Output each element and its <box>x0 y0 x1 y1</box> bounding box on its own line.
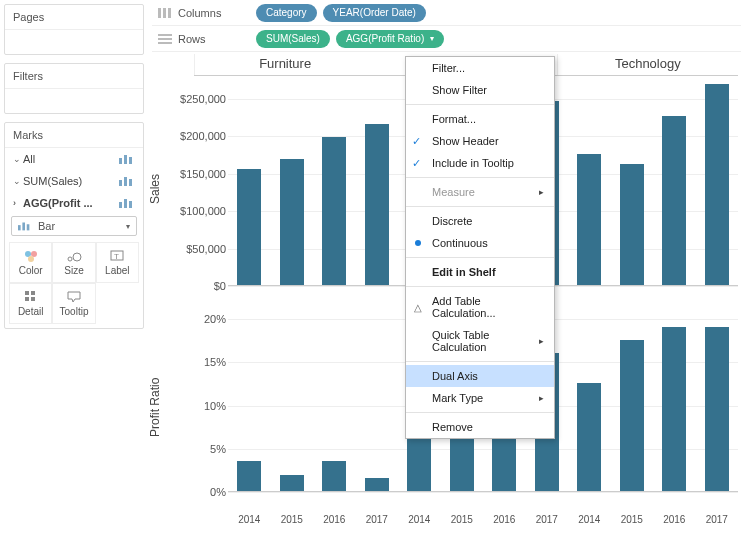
bar[interactable] <box>280 475 304 491</box>
marks-card: Marks ⌄ All ⌄ SUM(Sales) › AGG(Profit ..… <box>4 122 144 329</box>
context-menu: Filter...Show FilterFormat...✓Show Heade… <box>405 56 555 439</box>
menu-item[interactable]: ✓Include in Tooltip <box>406 152 554 174</box>
marks-all[interactable]: ⌄ All <box>5 148 143 170</box>
color-icon <box>22 249 40 263</box>
bars-icon <box>119 176 135 186</box>
svg-rect-27 <box>158 38 172 40</box>
marks-sum-sales[interactable]: ⌄ SUM(Sales) <box>5 170 143 192</box>
bar[interactable] <box>237 169 261 285</box>
marks-agg-profit[interactable]: › AGG(Profit ... <box>5 192 143 214</box>
menu-item[interactable]: ✓Show Header <box>406 130 554 152</box>
svg-point-16 <box>73 253 81 261</box>
tooltip-button[interactable]: Tooltip <box>52 283 95 324</box>
columns-icon <box>158 8 172 18</box>
menu-item[interactable]: Format... <box>406 108 554 130</box>
tooltip-icon <box>65 290 83 304</box>
menu-item: Measure▸ <box>406 181 554 203</box>
svg-rect-21 <box>25 297 29 301</box>
menu-item[interactable]: Mark Type▸ <box>406 387 554 409</box>
sidebar: Pages Filters Marks ⌄ All ⌄ SUM(Sales) ›… <box>0 0 148 341</box>
bar[interactable] <box>620 340 644 491</box>
columns-shelf[interactable]: Columns Category YEAR(Order Date) <box>152 0 741 26</box>
menu-item[interactable]: Discrete <box>406 210 554 232</box>
filters-card: Filters <box>4 63 144 114</box>
rows-icon <box>158 34 172 44</box>
size-button[interactable]: Size <box>52 242 95 283</box>
rows-label: Rows <box>178 33 206 45</box>
rows-shelf[interactable]: Rows SUM(Sales) AGG(Profit Ratio)▾ <box>152 26 741 52</box>
svg-rect-23 <box>158 8 161 18</box>
y-ticks-profit-ratio: 0%5%10%15%20% <box>162 302 226 492</box>
columns-label: Columns <box>178 7 221 19</box>
pill-sum-sales[interactable]: SUM(Sales) <box>256 30 330 48</box>
svg-point-15 <box>68 257 72 261</box>
mark-type-dropdown[interactable]: Bar ▾ <box>11 216 137 236</box>
menu-item[interactable]: Continuous <box>406 232 554 254</box>
chevron-down-icon: ⌄ <box>13 154 23 164</box>
svg-rect-19 <box>25 291 29 295</box>
svg-rect-1 <box>124 155 127 164</box>
facet-technology: Technology <box>557 54 738 75</box>
svg-rect-9 <box>18 225 21 230</box>
bar[interactable] <box>620 164 644 286</box>
pill-year[interactable]: YEAR(Order Date) <box>323 4 426 22</box>
menu-item[interactable]: Edit in Shelf <box>406 261 554 283</box>
pill-category[interactable]: Category <box>256 4 317 22</box>
marks-all-label: All <box>23 153 35 165</box>
menu-item[interactable]: Remove <box>406 416 554 438</box>
label-button[interactable]: T Label <box>96 242 139 283</box>
bars-icon <box>18 221 32 231</box>
axis-title-sales: Sales <box>148 76 162 302</box>
menu-item[interactable]: Quick Table Calculation▸ <box>406 324 554 358</box>
bar[interactable] <box>322 137 346 286</box>
bar[interactable] <box>662 327 686 491</box>
axis-title-profit-ratio: Profit Ratio <box>148 302 162 512</box>
marks-sales-label: SUM(Sales) <box>23 175 82 187</box>
bar[interactable] <box>365 478 389 491</box>
chevron-down-icon: ⌄ <box>13 176 23 186</box>
svg-rect-11 <box>27 224 30 230</box>
bar[interactable] <box>577 383 601 491</box>
chevron-down-icon: ▾ <box>430 34 434 43</box>
menu-item[interactable]: △Add Table Calculation... <box>406 290 554 324</box>
svg-rect-0 <box>119 158 122 164</box>
detail-icon <box>22 290 40 304</box>
bar[interactable] <box>237 461 261 491</box>
size-icon <box>65 249 83 263</box>
pages-card: Pages <box>4 4 144 55</box>
svg-rect-24 <box>163 8 166 18</box>
svg-rect-6 <box>119 202 122 208</box>
menu-item[interactable]: Dual Axis <box>406 365 554 387</box>
pill-agg-profit[interactable]: AGG(Profit Ratio)▾ <box>336 30 444 48</box>
y-ticks-sales: $0$50,000$100,000$150,000$200,000$250,00… <box>162 76 226 286</box>
bar[interactable] <box>705 327 729 491</box>
bars-icon <box>119 198 135 208</box>
bar[interactable] <box>577 154 601 285</box>
bar[interactable] <box>365 124 389 285</box>
chevron-down-icon: ▾ <box>126 222 130 231</box>
menu-item[interactable]: Show Filter <box>406 79 554 101</box>
svg-rect-2 <box>129 157 132 164</box>
facet-furniture: Furniture <box>194 54 375 75</box>
svg-point-14 <box>28 256 34 262</box>
svg-rect-3 <box>119 180 122 186</box>
svg-rect-22 <box>31 297 35 301</box>
color-button[interactable]: Color <box>9 242 52 283</box>
svg-rect-10 <box>22 223 25 231</box>
svg-rect-4 <box>124 177 127 186</box>
bar[interactable] <box>662 116 686 285</box>
menu-item[interactable]: Filter... <box>406 57 554 79</box>
bars-icon <box>119 154 135 164</box>
svg-text:T: T <box>114 252 119 261</box>
svg-rect-20 <box>31 291 35 295</box>
bar[interactable] <box>322 461 346 491</box>
bar[interactable] <box>705 84 729 285</box>
filters-title: Filters <box>5 64 143 89</box>
svg-rect-26 <box>158 34 172 36</box>
label-icon: T <box>108 249 126 263</box>
chevron-right-icon: › <box>13 198 23 208</box>
marks-profit-label: AGG(Profit ... <box>23 197 93 209</box>
detail-button[interactable]: Detail <box>9 283 52 324</box>
svg-rect-5 <box>129 179 132 186</box>
bar[interactable] <box>280 159 304 285</box>
